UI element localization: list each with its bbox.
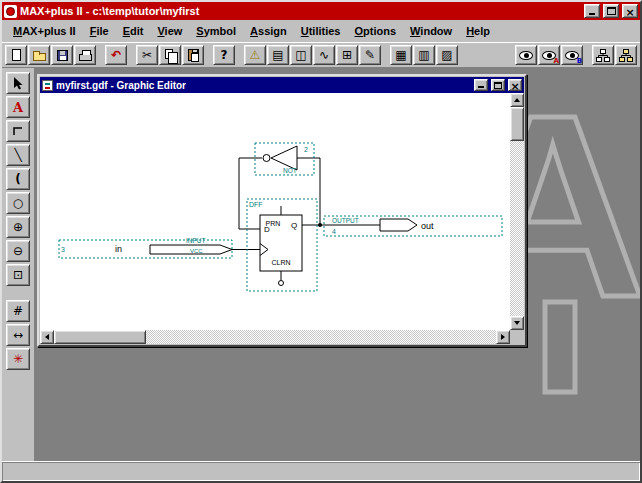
menu-bar: MAX+plus II File Edit View Symbol Assign…	[2, 20, 640, 42]
arrow-left-icon	[45, 334, 49, 340]
horizontal-scroll-thumb[interactable]	[54, 330, 146, 344]
zoom-eye-b-button[interactable]: B	[561, 45, 583, 65]
scrollbar-corner	[510, 330, 524, 344]
clrn-bubble	[279, 281, 284, 286]
editor-close-button[interactable]	[508, 79, 522, 91]
zoom-in-tool[interactable]: ⊕	[6, 216, 30, 238]
gdf-document-icon	[42, 80, 53, 91]
menu-window[interactable]: Window	[403, 22, 459, 40]
status-bar	[2, 461, 640, 481]
menu-help[interactable]: Help	[459, 22, 497, 40]
menu-options[interactable]: Options	[348, 22, 404, 40]
zoom-out-tool[interactable]: ⊖	[6, 240, 30, 262]
zoom-in-icon: ⊕	[13, 221, 23, 233]
connection-dot-tool[interactable]: ✳	[6, 348, 30, 370]
app-logo	[6, 7, 15, 16]
editor-title-bar[interactable]: myfirst.gdf - Graphic Editor	[40, 77, 524, 93]
cut-button[interactable]: ✂	[136, 45, 158, 65]
rubberband-tool[interactable]: ↔	[6, 324, 30, 346]
menu-edit[interactable]: Edit	[116, 22, 151, 40]
close-button[interactable]	[622, 4, 638, 18]
input-pin-symbol[interactable]: 3 in INPUT VCC	[61, 237, 232, 254]
output-type-label: OUTPUT	[332, 217, 359, 224]
message-processor-button[interactable]: ▨	[436, 45, 458, 65]
editor-maximize-button[interactable]	[491, 79, 505, 91]
menu-utilities[interactable]: Utilities	[294, 22, 348, 40]
maximize-icon	[607, 7, 616, 15]
undo-button[interactable]: ↶	[105, 45, 127, 65]
simulator-button[interactable]: ∿	[313, 45, 335, 65]
schematic-canvas[interactable]: 3 in INPUT VCC DFF	[40, 93, 510, 330]
new-button[interactable]	[5, 45, 27, 65]
arc-tool[interactable]: (	[6, 168, 30, 190]
open-folder-icon	[33, 53, 46, 61]
vertical-scroll-thumb[interactable]	[510, 107, 524, 141]
open-button[interactable]	[28, 45, 50, 65]
zoom-eye-button[interactable]	[515, 45, 537, 65]
menu-view[interactable]: View	[150, 22, 189, 40]
zoom-fit-tool[interactable]: ⊡	[6, 264, 30, 286]
title-bar[interactable]: MAX+plus II - c:\temp\tutor\myfirst	[2, 2, 640, 20]
circle-tool[interactable]: ○	[6, 192, 30, 214]
copy-button[interactable]	[159, 45, 181, 65]
selection-tool[interactable]	[6, 72, 30, 94]
save-check-button[interactable]: ⚠	[244, 45, 266, 65]
diagonal-line-tool[interactable]: ╲	[6, 144, 30, 166]
grid-tool[interactable]: #	[6, 300, 30, 322]
not-gate-symbol[interactable]: NOT 2	[263, 146, 308, 174]
print-button[interactable]	[74, 45, 96, 65]
eye-icon	[519, 51, 533, 60]
rubberband-icon: ↔	[13, 329, 23, 341]
maximize-button[interactable]	[603, 4, 619, 18]
device-grid-icon: ▦	[395, 49, 406, 61]
text-tool[interactable]: A	[6, 96, 30, 118]
help-pointer-icon: ?	[221, 49, 228, 61]
paste-button[interactable]	[182, 45, 204, 65]
save-button[interactable]	[51, 45, 73, 65]
menu-symbol[interactable]: Symbol	[189, 22, 243, 40]
horizontal-scrollbar[interactable]	[40, 330, 510, 344]
top-of-hierarchy-button[interactable]: ▤	[267, 45, 289, 65]
inverter-bubble	[263, 155, 270, 162]
compiler-button[interactable]: ◫	[290, 45, 312, 65]
horizontal-scroll-track[interactable]	[146, 330, 496, 344]
output-pin-name: out	[421, 221, 434, 231]
programmer-button[interactable]: ✎	[359, 45, 381, 65]
toolbar-separator	[382, 45, 389, 65]
hierarchy-tree-button[interactable]	[592, 45, 614, 65]
zoom-fit-icon: ⊡	[13, 269, 23, 281]
minimize-button[interactable]	[584, 4, 600, 18]
warning-triangle-icon: ⚠	[250, 49, 261, 61]
project-tree-button[interactable]	[615, 45, 637, 65]
dff-symbol[interactable]: DFF PRN D Q CLRN	[249, 201, 302, 286]
zoom-eye-a-button[interactable]: A	[538, 45, 560, 65]
output-pin-symbol[interactable]: OUTPUT 4 out	[332, 217, 434, 235]
orthogonal-line-icon	[12, 125, 24, 137]
not-id: 2	[304, 146, 308, 153]
output-pin-id: 4	[332, 228, 336, 235]
compiler-icon: ◫	[295, 49, 306, 61]
orthogonal-line-tool[interactable]	[6, 120, 30, 142]
scroll-right-button[interactable]	[496, 330, 510, 344]
menu-assign[interactable]: Assign	[243, 22, 294, 40]
project-tree-icon	[619, 49, 633, 62]
context-help-button[interactable]: ?	[213, 45, 235, 65]
editor-title: myfirst.gdf - Graphic Editor	[56, 80, 471, 91]
floorplan-editor-button[interactable]: ▥	[413, 45, 435, 65]
editor-minimize-button[interactable]	[474, 79, 488, 91]
vertical-scrollbar[interactable]	[510, 93, 524, 330]
timing-analyzer-button[interactable]: ⊞	[336, 45, 358, 65]
scroll-up-button[interactable]	[510, 93, 524, 107]
eye-b-badge: B	[577, 58, 582, 65]
menu-maxplus2[interactable]: MAX+plus II	[6, 22, 83, 40]
scroll-down-button[interactable]	[510, 316, 524, 330]
assign-device-button[interactable]: ▦	[390, 45, 412, 65]
menu-file[interactable]: File	[83, 22, 116, 40]
window-title: MAX+plus II - c:\temp\tutor\myfirst	[20, 5, 581, 17]
vertical-scroll-track[interactable]	[510, 141, 524, 316]
toolbar-separator	[97, 45, 104, 65]
dff-d-label: D	[264, 225, 270, 234]
cursor-icon	[13, 77, 24, 90]
input-type-label: INPUT	[186, 237, 206, 244]
scroll-left-button[interactable]	[40, 330, 54, 344]
